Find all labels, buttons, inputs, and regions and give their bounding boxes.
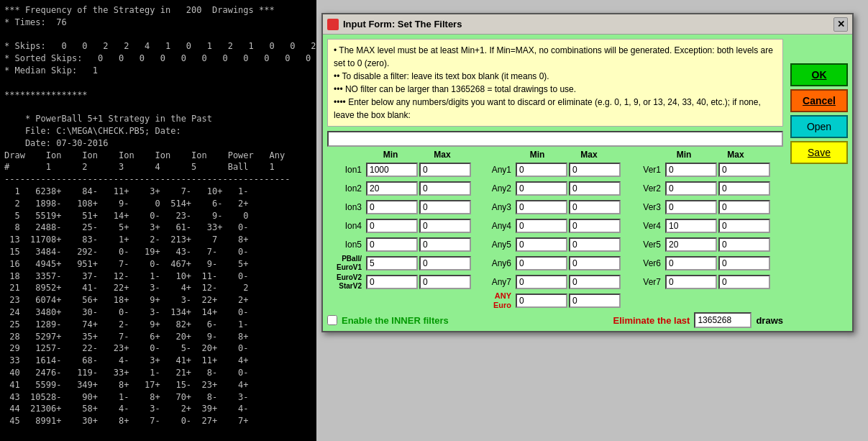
cancel-button[interactable]: Cancel bbox=[790, 89, 848, 112]
ver3-row: Ver3 bbox=[626, 199, 770, 216]
ver5-row: Ver5 bbox=[626, 236, 770, 253]
filter-rows-container: Ion1 Ion2 Ion3 Ion4 bbox=[327, 161, 783, 309]
draws-label: draws bbox=[756, 315, 783, 326]
ver5-max-input[interactable] bbox=[718, 237, 770, 252]
pball-row: PBall/EuroV1 bbox=[327, 255, 471, 272]
any2-label: Any2 bbox=[477, 183, 514, 194]
ion4-min-input[interactable] bbox=[366, 219, 418, 233]
any4-min-input[interactable] bbox=[516, 219, 567, 233]
ion4-max-input[interactable] bbox=[419, 219, 471, 233]
column-headers: Min Max Min Max Min Max bbox=[327, 150, 783, 160]
any7-max-input[interactable] bbox=[569, 275, 621, 289]
ion3-min-input[interactable] bbox=[366, 200, 418, 214]
ion5-row: Ion5 bbox=[327, 236, 471, 253]
discard-area bbox=[327, 131, 783, 147]
ion1-min-input[interactable] bbox=[366, 163, 418, 177]
ver5-min-input[interactable] bbox=[665, 237, 717, 252]
discard-input[interactable] bbox=[327, 131, 783, 147]
pball-min-input[interactable] bbox=[366, 256, 418, 270]
title-bar: Input Form: Set The Filters ✕ bbox=[323, 14, 852, 35]
ver1-row: Ver1 bbox=[626, 161, 770, 178]
info-line-3: ••• NO filter can be larger than 1365268… bbox=[334, 83, 777, 96]
any1-min-input[interactable] bbox=[516, 163, 567, 177]
ver4-max-input[interactable] bbox=[718, 219, 770, 233]
any-filter-section: Any1 Any2 Any3 Any4 bbox=[477, 161, 621, 309]
any7-label: Any7 bbox=[477, 277, 514, 287]
ion5-max-input[interactable] bbox=[419, 237, 471, 252]
ver7-min-input[interactable] bbox=[665, 275, 717, 289]
ver-filter-section: Ver1 Ver2 Ver3 Ver4 bbox=[626, 161, 770, 309]
ver3-label: Ver3 bbox=[626, 202, 664, 212]
ver2-max-input[interactable] bbox=[718, 181, 770, 196]
close-button[interactable]: ✕ bbox=[833, 17, 848, 32]
ver6-min-input[interactable] bbox=[665, 256, 717, 270]
ver-max-header: Max bbox=[710, 150, 762, 160]
modal-content: OK Cancel Open Save • The MAX level must… bbox=[323, 39, 852, 331]
ver6-label: Ver6 bbox=[626, 258, 664, 268]
any4-row: Any4 bbox=[477, 217, 621, 235]
right-buttons-panel: OK Cancel Open Save bbox=[790, 63, 848, 164]
ver3-max-input[interactable] bbox=[718, 200, 770, 214]
ver1-min-input[interactable] bbox=[665, 163, 717, 177]
eurov2-min-input[interactable] bbox=[366, 275, 418, 289]
any5-max-input[interactable] bbox=[569, 237, 621, 252]
bottom-area: Enable the INNER filters Eliminate the l… bbox=[323, 309, 787, 331]
ion2-row: Ion2 bbox=[327, 180, 471, 197]
ion-max-header: Max bbox=[416, 150, 468, 160]
title-bar-left: Input Form: Set The Filters bbox=[327, 19, 462, 30]
dialog-title: Input Form: Set The Filters bbox=[343, 19, 462, 29]
open-button[interactable]: Open bbox=[790, 115, 848, 138]
any3-max-input[interactable] bbox=[569, 200, 621, 214]
any-euro-max-input[interactable] bbox=[569, 294, 621, 308]
eliminate-label: Eliminate the last bbox=[613, 315, 690, 326]
ver2-row: Ver2 bbox=[626, 180, 770, 197]
ver4-min-input[interactable] bbox=[665, 219, 717, 233]
any2-min-input[interactable] bbox=[516, 181, 567, 196]
ver3-min-input[interactable] bbox=[665, 200, 717, 214]
any4-max-input[interactable] bbox=[569, 219, 621, 233]
eliminate-input[interactable] bbox=[694, 312, 751, 328]
ver-min-header: Min bbox=[658, 150, 710, 160]
inner-filters-label: Enable the INNER filters bbox=[342, 315, 449, 326]
ok-button[interactable]: OK bbox=[790, 63, 848, 86]
any5-label: Any5 bbox=[477, 240, 514, 250]
pball-max-input[interactable] bbox=[419, 256, 471, 270]
ver7-label: Ver7 bbox=[626, 277, 664, 287]
inner-filters-checkbox[interactable] bbox=[327, 315, 337, 325]
ver1-label: Ver1 bbox=[626, 165, 664, 175]
any2-max-input[interactable] bbox=[569, 181, 621, 196]
ion2-min-input[interactable] bbox=[366, 181, 418, 196]
ion1-label: Ion1 bbox=[327, 165, 365, 175]
ion4-label: Ion4 bbox=[327, 221, 365, 231]
ver7-max-input[interactable] bbox=[718, 275, 770, 289]
ion5-min-input[interactable] bbox=[366, 237, 418, 252]
any3-min-input[interactable] bbox=[516, 200, 567, 214]
any7-min-input[interactable] bbox=[516, 275, 567, 289]
ver5-label: Ver5 bbox=[626, 240, 664, 250]
save-button[interactable]: Save bbox=[790, 141, 848, 164]
any1-row: Any1 bbox=[477, 161, 621, 178]
ion3-label: Ion3 bbox=[327, 202, 365, 212]
ion3-max-input[interactable] bbox=[419, 200, 471, 214]
ver2-label: Ver2 bbox=[626, 183, 664, 194]
ver4-label: Ver4 bbox=[626, 221, 664, 231]
any1-max-input[interactable] bbox=[569, 163, 621, 177]
ion2-max-input[interactable] bbox=[419, 181, 471, 196]
pball-label: PBall/EuroV1 bbox=[327, 255, 365, 272]
ion1-max-input[interactable] bbox=[419, 163, 471, 177]
info-line-2: •• To disable a filter: leave its text b… bbox=[334, 70, 777, 83]
ver6-max-input[interactable] bbox=[718, 256, 770, 270]
any-euro-row: ANYEuro bbox=[477, 292, 621, 309]
ver1-max-input[interactable] bbox=[718, 163, 770, 177]
ver2-min-input[interactable] bbox=[665, 181, 717, 196]
any4-label: Any4 bbox=[477, 221, 514, 231]
any-euro-min-input[interactable] bbox=[516, 294, 567, 308]
any6-min-input[interactable] bbox=[516, 256, 567, 270]
info-line-1: • The MAX level must be at least Min+1. … bbox=[334, 44, 777, 70]
any-euro-label: ANYEuro bbox=[477, 291, 514, 310]
any5-min-input[interactable] bbox=[516, 237, 567, 252]
ver7-row: Ver7 bbox=[626, 273, 770, 291]
eurov2-max-input[interactable] bbox=[419, 275, 471, 289]
any6-max-input[interactable] bbox=[569, 256, 621, 270]
ion-min-header: Min bbox=[365, 150, 416, 160]
